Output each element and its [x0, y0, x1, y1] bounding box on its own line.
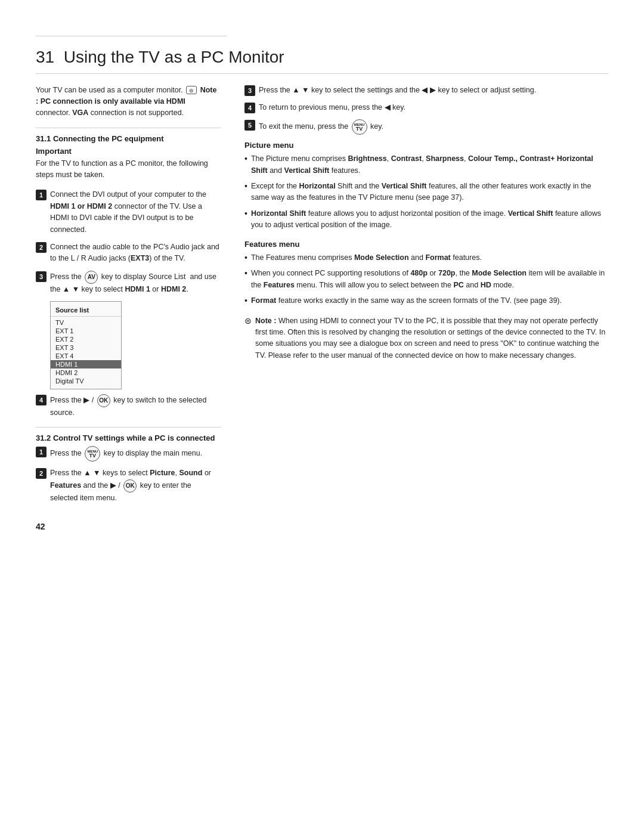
chapter-title: 31 Using the TV as a PC Monitor	[36, 47, 608, 67]
features-bullet-1-text: The Features menu comprises Mode Selecti…	[251, 252, 482, 264]
step-right-num-3: 3	[244, 85, 255, 96]
source-list-box: Source list TV EXT 1 EXT 2 EXT 3 EXT 4 H…	[50, 301, 122, 389]
section-rule-31-2	[36, 427, 221, 428]
section-rule-31-1	[36, 128, 221, 128]
features-menu-section: Features menu • The Features menu compri…	[244, 240, 608, 307]
step-right-num-4: 4	[244, 103, 255, 113]
av-button[interactable]: AV	[85, 271, 98, 284]
section-31-2-heading: 31.2 Control TV settings while a PC is c…	[36, 433, 221, 442]
picture-bullet-3-text: Horizontal Shift feature allows you to a…	[251, 208, 608, 231]
source-list-item-ext2: EXT 2	[51, 335, 121, 343]
features-dot-2: •	[244, 268, 247, 280]
page: 31 Using the TV as a PC Monitor Your TV …	[0, 0, 644, 833]
tv-menu-button-2[interactable]: MENU TV	[352, 119, 367, 135]
step-right-4: 4 To return to previous menu, press the …	[244, 102, 608, 113]
picture-bullet-2: • Except for the Horizontal Shift and th…	[244, 181, 608, 204]
section-31-1-heading: 31.1 Connecting the PC equipment	[36, 134, 221, 143]
page-number: 42	[36, 522, 221, 531]
step-right-4-text: To return to previous menu, press the ◀ …	[259, 102, 608, 113]
source-list-item-tv: TV	[51, 318, 121, 327]
bullet-dot-1: •	[244, 153, 247, 165]
source-list-item-ext4: EXT 4	[51, 352, 121, 360]
step-31-2-2-text: Press the ▲ ▼ keys to select Picture, So…	[50, 467, 221, 504]
important-label: Important	[36, 147, 221, 156]
step-num-2: 2	[36, 242, 47, 253]
top-rule	[36, 36, 227, 36]
note-symbol-icon: ⊜	[244, 316, 252, 326]
features-bullet-2-text: When you connect PC supporting resolutio…	[251, 268, 608, 291]
right-column: 3 Press the ▲ ▼ key to select the settin…	[244, 85, 608, 797]
picture-bullet-3: • Horizontal Shift feature allows you to…	[244, 208, 608, 231]
source-list-item-digitaltv: Digital TV	[51, 377, 121, 385]
step-right-5: 5 To exit the menu, press the MENU TV ke…	[244, 119, 608, 135]
important-text: For the TV to function as a PC monitor, …	[36, 158, 221, 181]
step-2: 2 Connect the audio cable to the PC's Au…	[36, 241, 221, 265]
note-icon: ⊜	[186, 86, 197, 94]
title-rule	[36, 73, 608, 74]
note-text: Note : When using HDMI to connect your T…	[255, 315, 608, 362]
picture-bullet-2-text: Except for the Horizontal Shift and the …	[251, 181, 608, 204]
source-list-item-hdmi2: HDMI 2	[51, 368, 121, 377]
step-right-num-5: 5	[244, 120, 255, 131]
step-right-3-text: Press the ▲ ▼ key to select the settings…	[259, 85, 608, 96]
features-bullet-2: • When you connect PC supporting resolut…	[244, 268, 608, 291]
picture-bullet-1: • The Picture menu comprises Brightness,…	[244, 153, 608, 176]
step-num-4: 4	[36, 395, 47, 405]
step-4: 4 Press the ▶ / OK key to switch to the …	[36, 394, 221, 419]
step-3-text: Press the AV key to display Source List …	[50, 271, 221, 295]
bullet-dot-2: •	[244, 181, 247, 193]
features-bullet-3-text: Format feature works exactly in the same…	[251, 295, 562, 306]
step-num-1: 1	[36, 190, 47, 200]
intro-paragraph: Your TV can be used as a computer monito…	[36, 85, 221, 119]
picture-menu-heading: Picture menu	[244, 141, 608, 150]
features-menu-heading: Features menu	[244, 240, 608, 249]
step-right-3: 3 Press the ▲ ▼ key to select the settin…	[244, 85, 608, 96]
step-31-2-2: 2 Press the ▲ ▼ keys to select Picture, …	[36, 467, 221, 504]
picture-bullet-1-text: The Picture menu comprises Brightness, C…	[251, 153, 608, 176]
source-list-item-hdmi1: HDMI 1	[51, 360, 121, 368]
step-31-2-num-2: 2	[36, 468, 47, 479]
step-31-2-num-1: 1	[36, 447, 47, 457]
note-block: ⊜ Note : When using HDMI to connect your…	[244, 315, 608, 362]
features-dot-1: •	[244, 252, 247, 264]
step-1-text: Connect the DVI output of your computer …	[50, 189, 221, 236]
step-4-text: Press the ▶ / OK key to switch to the se…	[50, 394, 221, 419]
source-list-title: Source list	[51, 305, 121, 317]
step-3: 3 Press the AV key to display Source Lis…	[36, 271, 221, 295]
two-column-layout: Your TV can be used as a computer monito…	[36, 85, 608, 797]
step-31-2-1-text: Press the MENU TV key to display the mai…	[50, 446, 221, 462]
source-list-item-ext1: EXT 1	[51, 327, 121, 335]
step-2-text: Connect the audio cable to the PC's Audi…	[50, 241, 221, 265]
picture-menu-section: Picture menu • The Picture menu comprise…	[244, 141, 608, 231]
bullet-dot-3: •	[244, 208, 247, 220]
source-list-item-ext3: EXT 3	[51, 343, 121, 352]
features-bullet-3: • Format feature works exactly in the sa…	[244, 295, 608, 307]
features-bullet-1: • The Features menu comprises Mode Selec…	[244, 252, 608, 264]
step-1: 1 Connect the DVI output of your compute…	[36, 189, 221, 236]
step-31-2-1: 1 Press the MENU TV key to display the m…	[36, 446, 221, 462]
features-dot-3: •	[244, 295, 247, 307]
tv-menu-button[interactable]: MENU TV	[85, 446, 100, 462]
step-right-5-text: To exit the menu, press the MENU TV key.	[259, 119, 608, 135]
ok-button-2[interactable]: OK	[123, 479, 137, 493]
left-column: Your TV can be used as a computer monito…	[36, 85, 221, 797]
ok-button-1[interactable]: OK	[97, 394, 110, 407]
step-num-3: 3	[36, 271, 47, 282]
